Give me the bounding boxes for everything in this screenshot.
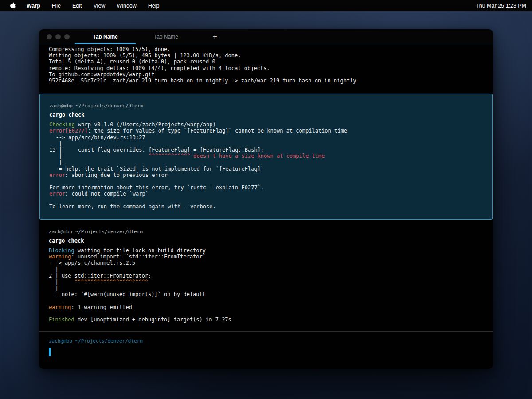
tab-active[interactable]: Tab Name xyxy=(75,29,136,44)
terminal-content: Compressing objects: 100% (5/5), done. W… xyxy=(39,44,493,365)
block-prompt: zach@mbp ~/Projects/denver/dterm xyxy=(49,103,483,109)
text-cursor xyxy=(49,348,51,356)
block-prompt: zach@mbp ~/Projects/denver/dterm xyxy=(49,229,483,235)
block-command: cargo check xyxy=(49,112,483,118)
error-block[interactable]: zach@mbp ~/Projects/denver/dtermcargo ch… xyxy=(39,94,493,220)
menu-item-file[interactable]: File xyxy=(52,3,61,9)
tab-inactive[interactable]: Tab Name xyxy=(136,29,196,44)
traffic-lights xyxy=(39,29,75,44)
new-tab-button[interactable]: + xyxy=(212,29,217,44)
menu-items: WarpFileEditViewWindowHelp xyxy=(27,3,160,9)
block-command: cargo check xyxy=(49,238,483,244)
menu-item-help[interactable]: Help xyxy=(148,3,160,9)
apple-menu[interactable] xyxy=(10,2,16,9)
menu-clock[interactable]: Thu Mar 25 1:23 PM xyxy=(476,3,526,9)
active-tab-underline xyxy=(75,43,136,44)
title-bar[interactable]: Tab Name Tab Name + xyxy=(39,29,493,44)
block-output: Checking warp v0.1.0 (/Users/zach/Projec… xyxy=(49,121,483,210)
active-prompt[interactable]: zach@mbp ~/Projects/denver/dterm xyxy=(39,332,493,365)
menu-item-view[interactable]: View xyxy=(94,3,106,9)
menu-item-edit[interactable]: Edit xyxy=(72,3,82,9)
tab-label: Tab Name xyxy=(93,34,117,40)
prompt-text: zach@mbp ~/Projects/denver/dterm xyxy=(49,338,483,344)
close-button[interactable] xyxy=(47,34,52,39)
terminal-window: Tab Name Tab Name + Compressing objects:… xyxy=(39,29,493,369)
menu-item-window[interactable]: Window xyxy=(117,3,136,9)
menu-bar: WarpFileEditViewWindowHelp Thu Mar 25 1:… xyxy=(0,0,532,11)
apple-logo-icon xyxy=(10,2,16,9)
warning-block[interactable]: zach@mbp ~/Projects/denver/dtermcargo ch… xyxy=(39,220,493,331)
block-output: Blocking waiting for file lock on build … xyxy=(49,247,483,323)
zoom-button[interactable] xyxy=(64,34,70,39)
minimize-button[interactable] xyxy=(55,34,61,39)
tab-label: Tab Name xyxy=(154,34,178,40)
blocks-container: zach@mbp ~/Projects/denver/dtermcargo ch… xyxy=(39,94,493,331)
scrollback: Compressing objects: 100% (5/5), done. W… xyxy=(39,44,493,84)
menu-item-warp[interactable]: Warp xyxy=(27,3,40,9)
